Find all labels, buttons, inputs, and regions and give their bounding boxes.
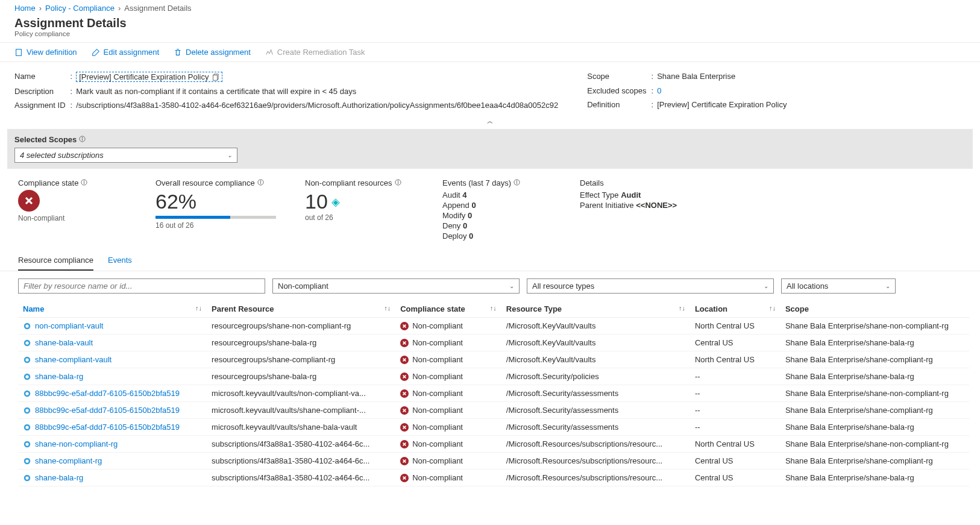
detail-name-value[interactable]: [Preview] Certificate Expiration Policy [76, 72, 222, 82]
chevron-down-icon: ⌄ [227, 152, 232, 159]
compliance-state-text: Non-compliant [412, 338, 463, 347]
cell-compliance: Non-compliant [400, 355, 497, 364]
resource-name-link[interactable]: shane-compliant-vault [23, 355, 202, 364]
copy-icon[interactable] [211, 73, 219, 81]
cell-resourcetype: /Microsoft.Resources/subscriptions/resou… [501, 453, 690, 470]
overall-compliance-percent: 62% [155, 190, 276, 213]
resource-icon [23, 406, 31, 415]
resource-icon [23, 457, 31, 465]
remediation-icon [265, 48, 274, 57]
svg-point-7 [84, 181, 84, 181]
resource-name-link[interactable]: shane-bala-rg [23, 372, 202, 381]
table-row: shane-bala-rgresourcegroups/shane-bala-r… [18, 368, 969, 385]
resource-name-label: non-compliant-vault [35, 321, 103, 330]
resource-name-label: shane-bala-rg [35, 372, 83, 381]
info-icon[interactable] [514, 178, 520, 187]
sort-icon: ↑↓ [195, 304, 202, 312]
table-row: shane-non-compliant-rgsubscriptions/4f3a… [18, 436, 969, 453]
resource-icon [23, 440, 31, 448]
breadcrumb-policy[interactable]: Policy - Compliance [45, 4, 115, 13]
non-compliant-icon [18, 190, 40, 212]
col-scope[interactable]: Scope [781, 301, 969, 318]
metrics-panel: Compliance state Non-compliant Overall r… [0, 169, 980, 251]
cell-scope: Shane Bala Enterprise/shane-compliant-rg [781, 351, 969, 368]
col-parent[interactable]: Parent Resource↑↓ [207, 301, 395, 318]
col-location[interactable]: Location↑↓ [690, 301, 781, 318]
overall-compliance-label: Overall resource compliance [155, 178, 255, 187]
info-icon[interactable] [257, 178, 264, 187]
filter-name-input[interactable] [18, 278, 265, 294]
resource-name-label: shane-bala-vault [35, 338, 93, 347]
breadcrumb-sep: › [39, 4, 42, 13]
cell-location: Central US [690, 453, 781, 470]
collapse-details-icon[interactable]: ︽ [487, 118, 493, 124]
view-definition-button[interactable]: View definition [14, 48, 77, 57]
resource-name-link[interactable]: shane-non-compliant-rg [23, 439, 202, 448]
edit-assignment-button[interactable]: Edit assignment [92, 48, 160, 57]
filter-location-dropdown[interactable]: All locations ⌄ [781, 278, 896, 294]
resource-name-label: shane-compliant-rg [35, 456, 102, 465]
svg-point-32 [25, 375, 28, 378]
parent-initiative-value: <<NONE>> [636, 201, 677, 210]
table-row: 88bbc99c-e5af-ddd7-6105-6150b2bfa519micr… [18, 402, 969, 419]
resource-name-link[interactable]: 88bbc99c-e5af-ddd7-6105-6150b2bfa519 [23, 389, 202, 398]
col-name[interactable]: Name↑↓ [18, 301, 207, 318]
details-panel: Name : [Preview] Certificate Expiration … [0, 62, 980, 115]
table-row: non-compliant-vaultresourcegroups/shane-… [18, 318, 969, 335]
resource-name-link[interactable]: shane-compliant-rg [23, 456, 202, 465]
resource-name-link[interactable]: non-compliant-vault [23, 321, 202, 330]
cell-scope: Shane Bala Enterprise/shane-compliant-rg [781, 402, 969, 419]
non-compliant-icon [400, 339, 409, 347]
selected-scopes-panel: Selected Scopes 4 selected subscriptions… [7, 129, 973, 169]
cell-compliance: Non-compliant [400, 473, 497, 482]
filter-resourcetype-value: All resource types [532, 281, 594, 291]
cell-parent: resourcegroups/shane-bala-rg [207, 335, 395, 351]
cell-location: -- [690, 368, 781, 385]
delete-icon [174, 48, 182, 57]
resource-name-link[interactable]: shane-bala-rg [23, 473, 202, 482]
view-definition-label: View definition [27, 48, 77, 57]
breadcrumb-home[interactable]: Home [14, 4, 36, 13]
selected-scopes-dropdown[interactable]: 4 selected subscriptions ⌄ [14, 148, 237, 163]
resource-name-label: shane-bala-rg [35, 473, 83, 482]
tab-resource-compliance[interactable]: Resource compliance [18, 251, 93, 271]
cell-location: -- [690, 419, 781, 436]
col-resourcetype[interactable]: Resource Type↑↓ [501, 301, 690, 318]
cell-compliance: Non-compliant [400, 406, 497, 415]
non-compliant-resources-metric: Non-compliant resources 10 ◈ out of 26 [305, 178, 413, 241]
resource-icon [23, 322, 31, 330]
toolbar: View definition Edit assignment Delete a… [0, 42, 980, 62]
tab-events[interactable]: Events [108, 251, 132, 271]
cell-parent: subscriptions/4f3a88a1-3580-4102-a464-6c… [207, 453, 395, 470]
filter-compliance-dropdown[interactable]: Non-compliant ⌄ [272, 278, 520, 294]
event-append-value: 0 [471, 201, 476, 210]
detail-name-label: Name [14, 69, 71, 84]
non-compliant-icon [400, 356, 409, 364]
delete-assignment-button[interactable]: Delete assignment [174, 48, 251, 57]
compliance-state-metric: Compliance state Non-compliant [18, 178, 127, 241]
resource-name-link[interactable]: 88bbc99c-e5af-ddd7-6105-6150b2bfa519 [23, 423, 202, 432]
col-compliance[interactable]: Compliance state↑↓ [395, 301, 501, 318]
info-icon[interactable] [395, 178, 401, 187]
detail-definition-label: Definition [587, 98, 651, 112]
resource-name-link[interactable]: shane-bala-vault [23, 338, 202, 347]
resource-name-link[interactable]: 88bbc99c-e5af-ddd7-6105-6150b2bfa519 [23, 406, 202, 415]
cell-scope: Shane Bala Enterprise/shane-bala-rg [781, 419, 969, 436]
detail-scope-label: Scope [587, 69, 651, 84]
overall-compliance-fill [155, 216, 230, 219]
info-icon[interactable] [81, 178, 87, 187]
filter-resourcetype-dropdown[interactable]: All resource types ⌄ [527, 278, 774, 294]
cell-resourcetype: /Microsoft.Resources/subscriptions/resou… [501, 470, 690, 486]
info-icon[interactable] [79, 135, 86, 144]
detail-desc-label: Description [14, 84, 71, 98]
sort-icon: ↑↓ [490, 304, 497, 312]
create-remediation-button: Create Remediation Task [265, 48, 365, 57]
detail-scope-value: Shane Bala Enterprise [657, 69, 787, 84]
selected-scopes-value: 4 selected subscriptions [20, 151, 104, 160]
resource-icon [23, 423, 31, 432]
detail-excluded-value[interactable]: 0 [657, 84, 787, 98]
svg-point-40 [25, 409, 28, 412]
cell-compliance: Non-compliant [400, 338, 497, 347]
detail-desc-value: Mark vault as non-compliant if it contai… [76, 84, 558, 98]
delete-assignment-label: Delete assignment [186, 48, 251, 57]
